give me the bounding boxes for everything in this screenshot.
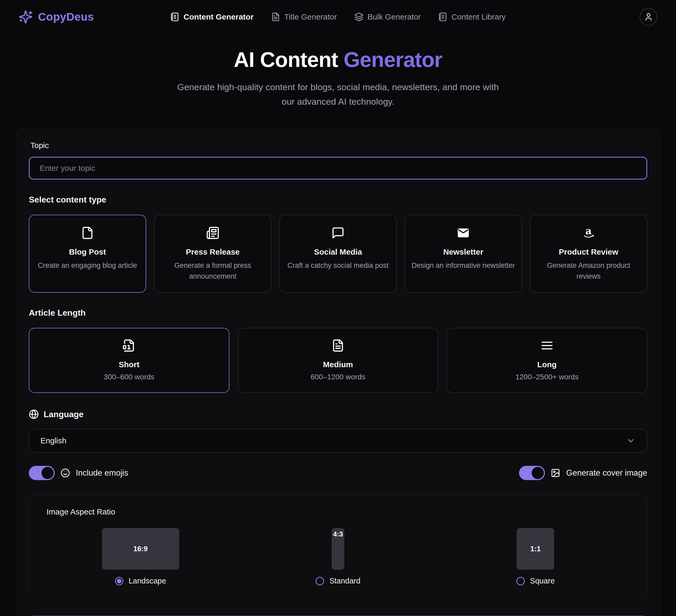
page-title: AI Content Generator bbox=[0, 48, 676, 72]
aspect-ratio-grid: 16:9 Landscape 4:3 Standard 1:1 bbox=[42, 528, 634, 585]
chevron-down-icon bbox=[626, 436, 635, 446]
content-type-description: Generate a formal press announcement bbox=[160, 260, 266, 281]
length-words: 600–1200 words bbox=[244, 373, 433, 381]
globe-icon bbox=[29, 409, 39, 419]
aspect-option-label: Landscape bbox=[129, 577, 166, 585]
nav-item-label: Content Generator bbox=[184, 12, 254, 21]
aspect-preview-1-1[interactable]: 1:1 bbox=[517, 528, 554, 570]
page-subtitle-line2: our advanced AI technology. bbox=[282, 97, 395, 107]
nav-item-label: Content Library bbox=[451, 12, 506, 21]
aspect-option-standard: 4:3 Standard bbox=[239, 528, 437, 585]
content-type-title: Social Media bbox=[285, 248, 391, 256]
app-logo[interactable]: CopyDeus bbox=[18, 10, 94, 24]
nav-item-bulk-generator[interactable]: Bulk Generator bbox=[354, 12, 421, 21]
mail-icon bbox=[457, 226, 470, 240]
nav-item-content-library[interactable]: Content Library bbox=[438, 12, 506, 21]
content-type-card-product-review[interactable]: a Product Review Generate Amazon product… bbox=[530, 215, 647, 293]
generator-form-panel: Topic Select content type Blog Post Crea… bbox=[16, 128, 660, 616]
article-length-label: Article Length bbox=[29, 308, 647, 318]
aspect-ratio-text: 4:3 bbox=[333, 530, 343, 538]
page-title-main: AI Content bbox=[234, 48, 338, 71]
aspect-option-label: Standard bbox=[329, 577, 360, 585]
toggles-row: Include emojis Generate cover image bbox=[29, 466, 647, 480]
hero-section: AI Content Generator Generate high-quali… bbox=[0, 34, 676, 109]
length-card-long[interactable]: Long 1200–2500+ words bbox=[447, 328, 647, 393]
sparkles-icon bbox=[18, 10, 33, 24]
newspaper-icon bbox=[206, 226, 219, 240]
amazon-icon: a bbox=[582, 226, 595, 240]
language-label-row: Language bbox=[29, 409, 647, 419]
page-title-accent: Generator bbox=[344, 48, 442, 71]
main-nav: Content Generator Title Generator Bulk G… bbox=[170, 12, 506, 21]
smile-icon bbox=[60, 468, 70, 478]
length-card-short[interactable]: Short 300–600 words bbox=[29, 328, 229, 393]
content-type-title: Newsletter bbox=[410, 248, 516, 256]
topic-input[interactable] bbox=[29, 157, 647, 179]
nav-item-label: Title Generator bbox=[284, 12, 337, 21]
file-text-icon bbox=[331, 339, 345, 352]
nav-item-label: Bulk Generator bbox=[368, 12, 421, 21]
content-type-description: Design an informative newsletter bbox=[410, 260, 516, 271]
message-square-icon bbox=[331, 226, 345, 240]
user-icon bbox=[644, 12, 653, 21]
content-type-card-blog-post[interactable]: Blog Post Create an engaging blog articl… bbox=[29, 215, 146, 293]
content-type-description: Craft a catchy social media post bbox=[285, 260, 391, 271]
file-digit-icon bbox=[122, 339, 135, 352]
content-type-card-social-media[interactable]: Social Media Craft a catchy social media… bbox=[279, 215, 397, 293]
content-type-label: Select content type bbox=[29, 195, 647, 205]
content-type-title: Product Review bbox=[536, 248, 641, 256]
aspect-option-square: 1:1 Square bbox=[437, 528, 634, 585]
page-subtitle-line1: Generate high-quality content for blogs,… bbox=[177, 82, 499, 92]
content-type-grid: Blog Post Create an engaging blog articl… bbox=[29, 215, 647, 293]
file-icon bbox=[81, 226, 94, 240]
generate-cover-image-toggle[interactable] bbox=[519, 466, 545, 480]
notebook-icon bbox=[170, 12, 180, 21]
aspect-option-landscape: 16:9 Landscape bbox=[42, 528, 239, 585]
file-text-icon bbox=[271, 12, 280, 21]
aspect-preview-4-3[interactable]: 4:3 bbox=[332, 528, 344, 570]
emojis-toggle-group: Include emojis bbox=[29, 466, 128, 480]
content-type-title: Blog Post bbox=[35, 248, 140, 256]
cover-image-toggle-group: Generate cover image bbox=[519, 466, 647, 480]
length-words: 300–600 words bbox=[35, 373, 224, 381]
aspect-ratio-text: 16:9 bbox=[133, 545, 148, 553]
aspect-radio-row-landscape[interactable]: Landscape bbox=[115, 577, 166, 585]
radio-icon[interactable] bbox=[516, 577, 525, 585]
content-type-description: Create an engaging blog article bbox=[35, 260, 140, 271]
include-emojis-toggle[interactable] bbox=[29, 466, 55, 480]
aspect-ratio-text: 1:1 bbox=[530, 545, 541, 553]
aspect-ratio-label: Image Aspect Ratio bbox=[47, 507, 634, 516]
radio-icon[interactable] bbox=[115, 577, 123, 585]
include-emojis-label: Include emojis bbox=[76, 468, 128, 478]
page-subtitle: Generate high-quality content for blogs,… bbox=[0, 80, 676, 109]
length-card-medium[interactable]: Medium 600–1200 words bbox=[238, 328, 438, 393]
length-words: 1200–2500+ words bbox=[452, 373, 641, 381]
language-select[interactable]: English bbox=[29, 429, 647, 453]
length-title: Long bbox=[452, 360, 641, 369]
notebook-icon bbox=[438, 12, 447, 21]
article-length-grid: Short 300–600 words Medium 600–1200 word… bbox=[29, 328, 647, 393]
aspect-radio-row-square[interactable]: Square bbox=[516, 577, 555, 585]
aspect-ratio-panel: Image Aspect Ratio 16:9 Landscape 4:3 St… bbox=[29, 495, 647, 601]
content-type-card-newsletter[interactable]: Newsletter Design an informative newslet… bbox=[405, 215, 522, 293]
language-selected-value: English bbox=[41, 436, 66, 445]
app-logo-text: CopyDeus bbox=[38, 11, 94, 23]
avatar-button[interactable] bbox=[639, 8, 658, 26]
length-title: Short bbox=[35, 360, 224, 369]
nav-item-content-generator[interactable]: Content Generator bbox=[170, 12, 254, 21]
aspect-radio-row-standard[interactable]: Standard bbox=[316, 577, 360, 585]
topic-label: Topic bbox=[31, 141, 647, 150]
aspect-option-label: Square bbox=[530, 577, 555, 585]
radio-icon[interactable] bbox=[316, 577, 324, 585]
layers-icon bbox=[354, 12, 363, 21]
content-type-card-press-release[interactable]: Press Release Generate a formal press an… bbox=[154, 215, 271, 293]
language-label: Language bbox=[44, 410, 83, 419]
svg-text:a: a bbox=[585, 226, 592, 237]
image-icon bbox=[551, 468, 560, 478]
aspect-preview-16-9[interactable]: 16:9 bbox=[102, 528, 179, 570]
generate-cover-image-label: Generate cover image bbox=[566, 468, 647, 478]
align-justify-icon bbox=[541, 339, 554, 352]
nav-item-title-generator[interactable]: Title Generator bbox=[271, 12, 337, 21]
app-header: CopyDeus Content Generator Title Generat… bbox=[0, 0, 676, 34]
content-type-description: Generate Amazon product reviews bbox=[536, 260, 641, 281]
